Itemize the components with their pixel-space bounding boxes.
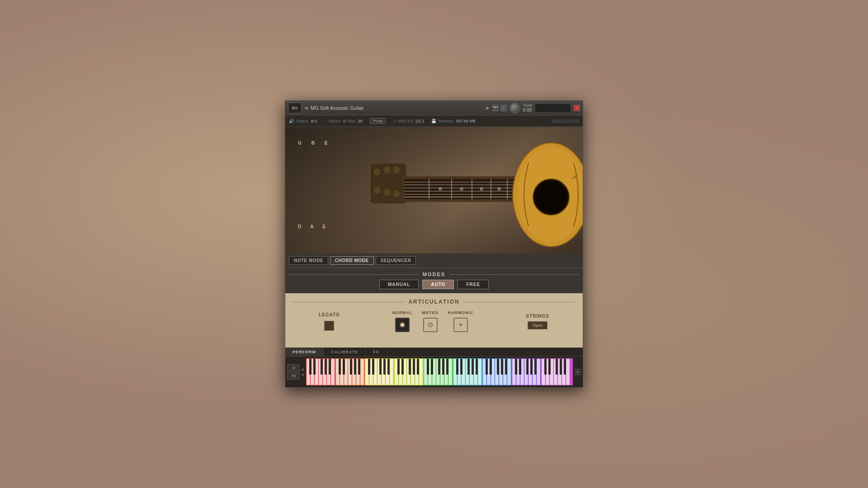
piano-minus-btn[interactable]: -0 <box>287 364 300 371</box>
svg-rect-110 <box>354 359 356 375</box>
strings-button[interactable]: Open <box>528 321 547 329</box>
svg-rect-107 <box>339 359 341 375</box>
string-a: A <box>310 224 313 229</box>
svg-rect-45 <box>331 359 335 385</box>
svg-point-17 <box>480 187 483 191</box>
svg-rect-121 <box>417 359 419 375</box>
free-mode-btn[interactable]: FREE <box>458 280 489 289</box>
svg-rect-131 <box>476 359 478 375</box>
tune-display <box>535 103 571 113</box>
svg-rect-6 <box>370 163 406 204</box>
svg-rect-136 <box>505 359 507 375</box>
bottom-tabs: PERFORM CALIBRATE FX <box>285 347 583 357</box>
svg-rect-111 <box>358 359 360 375</box>
chord-mode-tab[interactable]: CHORD MODE <box>330 256 373 265</box>
fx-tab[interactable]: FX <box>366 348 387 356</box>
tune-knob[interactable] <box>509 103 520 113</box>
legato-button[interactable] <box>324 321 334 331</box>
piano-keyboard[interactable]: // This would generate keys, but since w… <box>306 358 573 385</box>
harmonic-mode-item: HARMONIC + <box>448 310 474 332</box>
max-label: Max: <box>348 119 357 123</box>
svg-rect-124 <box>438 359 440 375</box>
svg-rect-138 <box>519 359 521 375</box>
string-d: D <box>298 224 301 229</box>
info-btn[interactable]: i <box>500 105 507 111</box>
svg-rect-52 <box>360 359 364 385</box>
arrow-prev[interactable]: ◀ <box>304 105 308 110</box>
title-bar: MJ ◀ MG Soft Acoustic Guitar ▶ 📷 i Tune … <box>285 101 583 115</box>
svg-rect-126 <box>446 359 448 375</box>
articulation-title: ARTICULATION <box>292 299 576 305</box>
svg-rect-140 <box>530 359 533 375</box>
piano-plus-btn[interactable]: +0 <box>287 372 300 380</box>
articulation-controls: LEGATO NORMAL MUTED HARMO <box>292 310 576 332</box>
piano-down-arrow[interactable]: ▼ <box>301 372 305 377</box>
auto-mode-btn[interactable]: AUTO <box>422 280 454 289</box>
arrow-next[interactable]: ▶ <box>486 105 490 110</box>
svg-rect-113 <box>372 359 374 375</box>
svg-rect-116 <box>387 359 390 375</box>
modes-title-text: MODES <box>423 272 445 277</box>
legato-label: LEGATO <box>319 312 340 317</box>
modes-section: MODES MANUAL AUTO FREE <box>285 268 583 293</box>
svg-rect-120 <box>413 359 415 375</box>
svg-rect-104 <box>321 359 323 375</box>
svg-rect-122 <box>427 359 429 375</box>
svg-rect-127 <box>456 359 458 375</box>
piano-up-arrow[interactable]: ▲ <box>301 366 305 371</box>
svg-rect-102 <box>309 359 311 375</box>
svg-point-15 <box>439 187 442 191</box>
perform-tab[interactable]: PERFORM <box>285 348 324 356</box>
muted-mode-btn[interactable] <box>423 318 438 332</box>
piano-settings-btn[interactable]: ▼ <box>575 369 581 375</box>
string-e-bottom: E <box>322 224 326 229</box>
string-b: B <box>311 141 315 145</box>
svg-rect-59 <box>390 359 393 385</box>
camera-btn[interactable]: 📷 <box>492 105 499 111</box>
svg-rect-135 <box>501 359 503 375</box>
string-g: G <box>298 141 302 145</box>
articulation-section: ARTICULATION LEGATO NORMAL MUTED <box>285 293 583 347</box>
note-mode-tab[interactable]: NOTE MODE <box>289 256 328 265</box>
midi-info: ♫ MIDI Ch: [A] 1 <box>393 119 424 123</box>
muted-mode-label: MUTED <box>422 310 439 315</box>
svg-rect-129 <box>467 359 470 375</box>
sequencer-tab[interactable]: SEQUENCER <box>376 256 416 265</box>
mode-tabs: NOTE MODE CHORD MODE SEQUENCER <box>285 253 583 268</box>
svg-rect-108 <box>343 359 345 375</box>
voices-label: Voices: <box>329 119 342 123</box>
svg-point-28 <box>535 181 567 213</box>
strings-label: STRINGS <box>526 314 549 319</box>
string-labels-bottom: D A E <box>298 224 326 229</box>
calibrate-tab[interactable]: CALIBRATE <box>324 348 366 356</box>
normal-mode-dot <box>401 323 404 327</box>
memory-value: 357.69 MB <box>456 119 476 123</box>
svg-rect-139 <box>526 359 528 375</box>
logo: MJ <box>288 103 302 113</box>
piano-section: -0 +0 ▲ ▼ <box>285 357 583 387</box>
svg-rect-128 <box>460 359 462 375</box>
svg-rect-123 <box>431 359 433 375</box>
normal-mode-btn[interactable] <box>395 318 410 332</box>
articulation-title-text: ARTICULATION <box>408 299 459 305</box>
svg-rect-132 <box>486 359 488 375</box>
harmonic-mode-label: HARMONIC <box>448 310 474 315</box>
tune-value: 0.00 <box>523 108 532 113</box>
string-e-top: E <box>325 141 328 145</box>
close-btn[interactable]: × <box>574 105 580 111</box>
string-labels-top: G B E <box>298 141 328 145</box>
voices-info: ♪ Voices: 0 Max: 30 <box>325 119 363 123</box>
svg-rect-94 <box>537 359 540 385</box>
plugin-window: MJ ◀ MG Soft Acoustic Guitar ▶ 📷 i Tune … <box>285 100 583 388</box>
tune-label: Tune <box>523 103 532 108</box>
svg-rect-87 <box>507 359 511 385</box>
purge-button[interactable]: Purge <box>370 118 386 124</box>
output-value: st:1 <box>311 119 318 123</box>
tune-section: Tune 0.00 <box>509 103 571 113</box>
manual-mode-btn[interactable]: MANUAL <box>379 280 419 289</box>
title-controls: 📷 i <box>492 105 507 111</box>
midi-value: [A] 1 <box>416 119 425 123</box>
voices-value: 0 <box>344 119 346 123</box>
midi-label: MIDI Ch: <box>398 119 414 123</box>
harmonic-mode-btn[interactable]: + <box>453 318 468 332</box>
